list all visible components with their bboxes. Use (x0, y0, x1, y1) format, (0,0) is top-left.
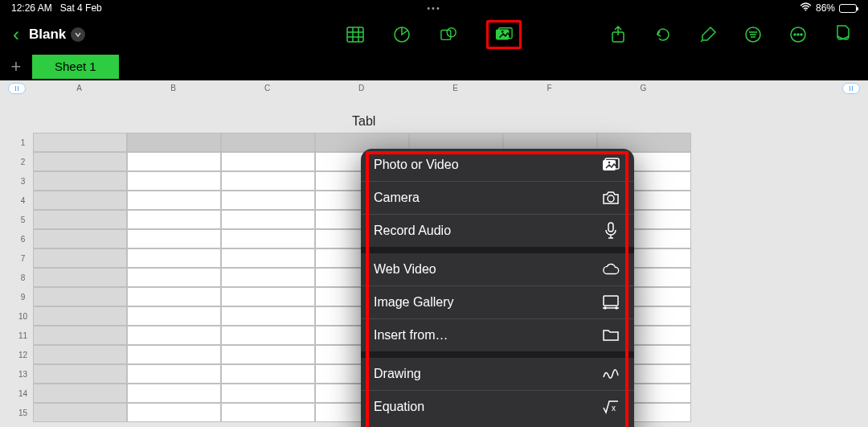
main-toolbar: ‹ Blank (0, 16, 868, 52)
svg-point-24 (608, 195, 614, 202)
back-button[interactable]: ‹ (8, 23, 24, 46)
menu-insert-from[interactable]: Insert from… (361, 319, 634, 351)
add-sheet-button[interactable]: + (0, 56, 32, 77)
col-header[interactable]: F (502, 84, 596, 98)
folder-icon (602, 327, 620, 343)
row-header[interactable]: 5 (13, 210, 33, 229)
col-header[interactable]: A (32, 84, 126, 98)
row-header[interactable]: 13 (13, 364, 33, 384)
svg-point-19 (797, 34, 799, 35)
more-icon[interactable] (789, 26, 807, 43)
menu-label: Image Gallery (374, 295, 454, 310)
col-header[interactable]: E (408, 84, 502, 98)
svg-rect-7 (441, 30, 451, 39)
menu-label: Web Video (374, 262, 436, 277)
multitask-dots[interactable]: ••• (427, 3, 441, 13)
svg-text:x: x (612, 404, 616, 413)
row-header[interactable]: 7 (13, 248, 33, 268)
row-header[interactable]: 4 (13, 191, 33, 210)
menu-camera[interactable]: Camera (361, 182, 634, 215)
row-headers[interactable]: 1 2 3 4 5 6 7 8 9 10 11 12 13 14 15 (13, 133, 33, 422)
menu-label: Camera (374, 191, 420, 205)
menu-photo-or-video[interactable]: Photo or Video (361, 149, 634, 182)
row-header[interactable]: 12 (13, 345, 33, 364)
row-header[interactable]: 15 (13, 403, 33, 422)
col-header[interactable]: G (596, 84, 690, 98)
row-header[interactable]: 9 (13, 287, 33, 306)
wifi-icon (800, 2, 812, 14)
row-header[interactable]: 10 (13, 306, 33, 326)
status-bar: 12:26 AM Sat 4 Feb ••• 86% (0, 0, 868, 16)
title-dropdown[interactable] (71, 27, 85, 42)
menu-label: Record Audio (374, 224, 451, 238)
menu-label: Photo or Video (374, 158, 459, 172)
photo-icon (602, 157, 620, 173)
svg-point-0 (805, 10, 806, 11)
camera-icon (602, 190, 620, 206)
document-title[interactable]: Blank (29, 27, 66, 43)
scribble-icon (602, 366, 620, 382)
mic-icon (602, 223, 620, 239)
row-header[interactable]: 1 (13, 133, 33, 152)
col-header[interactable]: B (126, 84, 220, 98)
svg-point-20 (800, 34, 802, 35)
insert-media-highlight (486, 20, 522, 49)
status-time: 12:26 AM (11, 2, 52, 14)
svg-rect-1 (347, 27, 363, 42)
share-icon[interactable] (609, 26, 627, 43)
row-header[interactable]: 2 (13, 152, 33, 171)
format-brush-icon[interactable] (699, 26, 717, 43)
sheet-tabs-bar: + Sheet 1 (0, 52, 868, 80)
status-date: Sat 4 Feb (60, 2, 102, 14)
svg-point-8 (447, 27, 456, 36)
insert-chart-icon[interactable] (393, 26, 411, 43)
menu-label: Insert from… (374, 328, 448, 343)
new-sheet-icon[interactable] (834, 26, 852, 43)
svg-point-29 (616, 307, 617, 309)
menu-drawing[interactable]: Drawing (361, 358, 634, 391)
col-header[interactable]: C (220, 84, 314, 98)
sqrt-icon: x (602, 399, 620, 415)
menu-record-audio[interactable]: Record Audio (361, 215, 634, 247)
undo-icon[interactable] (654, 26, 672, 43)
svg-point-28 (604, 307, 606, 309)
sheet-tab-1[interactable]: Sheet 1 (32, 55, 119, 79)
svg-point-18 (794, 34, 796, 35)
insert-media-icon[interactable] (495, 26, 513, 43)
col-header[interactable]: D (314, 84, 408, 98)
cloud-icon (602, 261, 620, 277)
svg-rect-25 (608, 223, 613, 232)
svg-point-23 (608, 162, 611, 164)
menu-label: Drawing (374, 367, 421, 381)
spreadsheet-canvas[interactable]: A B C D E F G Tabl 1 2 3 4 5 6 7 8 9 10 … (0, 80, 868, 427)
battery-icon (839, 4, 857, 13)
menu-image-gallery[interactable]: Image Gallery (361, 286, 634, 319)
row-header[interactable]: 11 (13, 326, 33, 345)
insert-table-icon[interactable] (346, 26, 364, 43)
battery-pct: 86% (816, 2, 835, 14)
row-header[interactable]: 8 (13, 268, 33, 287)
svg-rect-26 (604, 296, 618, 306)
gallery-icon (602, 294, 620, 310)
insert-shape-icon[interactable] (440, 26, 457, 43)
menu-equation[interactable]: Equation x (361, 391, 634, 423)
organize-icon[interactable] (744, 26, 762, 43)
table-title[interactable]: Tabl (352, 114, 375, 129)
menu-web-video[interactable]: Web Video (361, 253, 634, 286)
svg-point-11 (502, 30, 504, 32)
row-header[interactable]: 3 (13, 171, 33, 191)
row-header[interactable]: 14 (13, 384, 33, 403)
row-header[interactable]: 6 (13, 229, 33, 248)
column-headers[interactable]: A B C D E F G (32, 84, 862, 98)
insert-media-popover: Photo or Video Camera Record Audio Web V… (361, 149, 634, 427)
menu-label: Equation (374, 400, 424, 414)
